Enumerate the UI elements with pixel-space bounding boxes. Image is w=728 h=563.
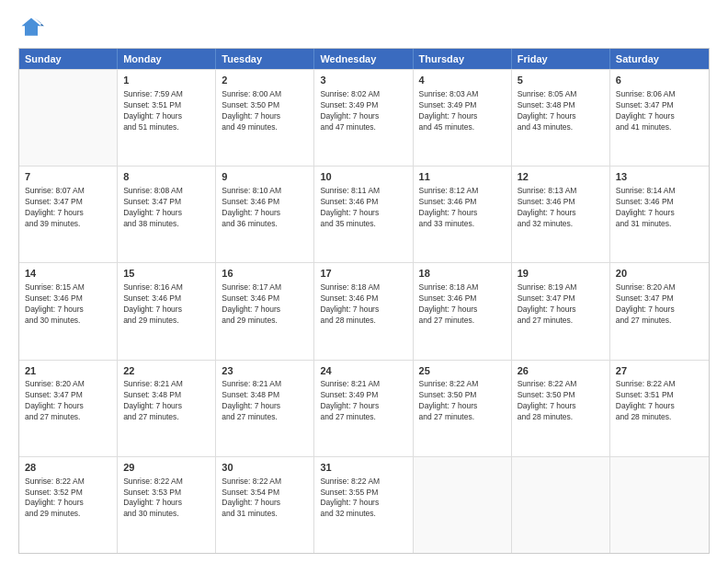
day-info: Sunrise: 7:59 AM Sunset: 3:51 PM Dayligh… bbox=[123, 89, 210, 133]
day-info: Sunrise: 8:17 AM Sunset: 3:46 PM Dayligh… bbox=[222, 282, 308, 327]
day-info: Sunrise: 8:05 AM Sunset: 3:48 PM Dayligh… bbox=[518, 89, 604, 133]
day-number: 7 bbox=[25, 170, 111, 184]
day-info: Sunrise: 8:22 AM Sunset: 3:50 PM Dayligh… bbox=[518, 379, 604, 423]
day-cell-15: 15Sunrise: 8:16 AM Sunset: 3:46 PM Dayli… bbox=[118, 263, 216, 359]
day-cell-22: 22Sunrise: 8:21 AM Sunset: 3:48 PM Dayli… bbox=[118, 361, 216, 456]
calendar-week-3: 14Sunrise: 8:15 AM Sunset: 3:46 PM Dayli… bbox=[19, 262, 709, 359]
header bbox=[18, 15, 710, 40]
day-number: 26 bbox=[518, 364, 604, 378]
day-info: Sunrise: 8:21 AM Sunset: 3:48 PM Dayligh… bbox=[123, 379, 210, 423]
day-number: 30 bbox=[222, 461, 308, 475]
day-number: 29 bbox=[123, 461, 210, 475]
day-number: 27 bbox=[616, 364, 703, 378]
day-cell-25: 25Sunrise: 8:22 AM Sunset: 3:50 PM Dayli… bbox=[414, 361, 512, 456]
day-cell-5: 5Sunrise: 8:05 AM Sunset: 3:48 PM Daylig… bbox=[512, 70, 610, 166]
day-number: 18 bbox=[419, 267, 506, 281]
day-cell-23: 23Sunrise: 8:21 AM Sunset: 3:48 PM Dayli… bbox=[216, 361, 314, 456]
day-info: Sunrise: 8:20 AM Sunset: 3:47 PM Dayligh… bbox=[616, 282, 703, 327]
day-info: Sunrise: 8:00 AM Sunset: 3:50 PM Dayligh… bbox=[222, 89, 308, 133]
day-number: 3 bbox=[320, 74, 406, 87]
day-cell-20: 20Sunrise: 8:20 AM Sunset: 3:47 PM Dayli… bbox=[610, 263, 709, 359]
day-cell-11: 11Sunrise: 8:12 AM Sunset: 3:46 PM Dayli… bbox=[414, 167, 512, 262]
day-number: 24 bbox=[320, 364, 406, 378]
day-info: Sunrise: 8:21 AM Sunset: 3:49 PM Dayligh… bbox=[320, 379, 406, 423]
calendar: SundayMondayTuesdayWednesdayThursdayFrid… bbox=[18, 48, 710, 554]
day-number: 1 bbox=[123, 74, 210, 87]
day-info: Sunrise: 8:03 AM Sunset: 3:49 PM Dayligh… bbox=[419, 89, 506, 133]
day-info: Sunrise: 8:07 AM Sunset: 3:47 PM Dayligh… bbox=[25, 186, 111, 230]
day-cell-13: 13Sunrise: 8:14 AM Sunset: 3:46 PM Dayli… bbox=[610, 167, 709, 262]
day-cell-10: 10Sunrise: 8:11 AM Sunset: 3:46 PM Dayli… bbox=[314, 167, 413, 262]
day-info: Sunrise: 8:11 AM Sunset: 3:46 PM Dayligh… bbox=[320, 186, 406, 230]
day-of-week-wednesday: Wednesday bbox=[314, 49, 413, 69]
empty-cell bbox=[610, 457, 709, 553]
calendar-week-5: 28Sunrise: 8:22 AM Sunset: 3:52 PM Dayli… bbox=[19, 456, 709, 553]
day-info: Sunrise: 8:22 AM Sunset: 3:51 PM Dayligh… bbox=[616, 379, 703, 423]
day-info: Sunrise: 8:20 AM Sunset: 3:47 PM Dayligh… bbox=[25, 379, 111, 423]
day-cell-27: 27Sunrise: 8:22 AM Sunset: 3:51 PM Dayli… bbox=[610, 361, 709, 456]
day-info: Sunrise: 8:06 AM Sunset: 3:47 PM Dayligh… bbox=[616, 89, 703, 133]
day-number: 21 bbox=[25, 364, 111, 378]
calendar-week-4: 21Sunrise: 8:20 AM Sunset: 3:47 PM Dayli… bbox=[19, 360, 709, 456]
day-cell-28: 28Sunrise: 8:22 AM Sunset: 3:52 PM Dayli… bbox=[19, 457, 118, 553]
day-cell-14: 14Sunrise: 8:15 AM Sunset: 3:46 PM Dayli… bbox=[19, 263, 118, 359]
day-number: 4 bbox=[419, 74, 506, 87]
day-info: Sunrise: 8:13 AM Sunset: 3:46 PM Dayligh… bbox=[518, 186, 604, 230]
day-cell-24: 24Sunrise: 8:21 AM Sunset: 3:49 PM Dayli… bbox=[314, 361, 413, 456]
day-number: 23 bbox=[222, 364, 308, 378]
day-number: 10 bbox=[320, 170, 406, 184]
day-info: Sunrise: 8:15 AM Sunset: 3:46 PM Dayligh… bbox=[25, 282, 111, 327]
logo bbox=[18, 15, 48, 40]
day-number: 19 bbox=[518, 267, 604, 281]
day-number: 25 bbox=[419, 364, 506, 378]
day-cell-7: 7Sunrise: 8:07 AM Sunset: 3:47 PM Daylig… bbox=[19, 167, 118, 262]
day-number: 13 bbox=[616, 170, 703, 184]
day-number: 6 bbox=[616, 74, 703, 87]
day-info: Sunrise: 8:18 AM Sunset: 3:46 PM Dayligh… bbox=[320, 282, 406, 327]
day-info: Sunrise: 8:22 AM Sunset: 3:54 PM Dayligh… bbox=[222, 477, 308, 521]
day-info: Sunrise: 8:22 AM Sunset: 3:53 PM Dayligh… bbox=[123, 477, 210, 521]
day-cell-31: 31Sunrise: 8:22 AM Sunset: 3:55 PM Dayli… bbox=[314, 457, 413, 553]
day-number: 9 bbox=[222, 170, 308, 184]
day-cell-18: 18Sunrise: 8:18 AM Sunset: 3:46 PM Dayli… bbox=[414, 263, 512, 359]
day-cell-1: 1Sunrise: 7:59 AM Sunset: 3:51 PM Daylig… bbox=[118, 70, 216, 166]
day-cell-21: 21Sunrise: 8:20 AM Sunset: 3:47 PM Dayli… bbox=[19, 361, 118, 456]
day-number: 8 bbox=[123, 170, 210, 184]
day-cell-8: 8Sunrise: 8:08 AM Sunset: 3:47 PM Daylig… bbox=[118, 167, 216, 262]
day-cell-19: 19Sunrise: 8:19 AM Sunset: 3:47 PM Dayli… bbox=[512, 263, 610, 359]
day-cell-16: 16Sunrise: 8:17 AM Sunset: 3:46 PM Dayli… bbox=[216, 263, 314, 359]
empty-cell bbox=[512, 457, 610, 553]
day-cell-17: 17Sunrise: 8:18 AM Sunset: 3:46 PM Dayli… bbox=[314, 263, 413, 359]
empty-cell bbox=[19, 70, 118, 166]
day-info: Sunrise: 8:08 AM Sunset: 3:47 PM Dayligh… bbox=[123, 186, 210, 230]
day-info: Sunrise: 8:12 AM Sunset: 3:46 PM Dayligh… bbox=[419, 186, 506, 230]
day-of-week-sunday: Sunday bbox=[19, 49, 118, 69]
calendar-body: 1Sunrise: 7:59 AM Sunset: 3:51 PM Daylig… bbox=[19, 69, 709, 553]
day-number: 22 bbox=[123, 364, 210, 378]
day-info: Sunrise: 8:14 AM Sunset: 3:46 PM Dayligh… bbox=[616, 186, 703, 230]
day-cell-6: 6Sunrise: 8:06 AM Sunset: 3:47 PM Daylig… bbox=[610, 70, 709, 166]
day-number: 28 bbox=[25, 461, 111, 475]
day-number: 20 bbox=[616, 267, 703, 281]
day-info: Sunrise: 8:22 AM Sunset: 3:52 PM Dayligh… bbox=[25, 477, 111, 521]
day-of-week-thursday: Thursday bbox=[414, 49, 512, 69]
day-cell-30: 30Sunrise: 8:22 AM Sunset: 3:54 PM Dayli… bbox=[216, 457, 314, 553]
logo-icon bbox=[18, 15, 44, 40]
day-cell-2: 2Sunrise: 8:00 AM Sunset: 3:50 PM Daylig… bbox=[216, 70, 314, 166]
day-cell-3: 3Sunrise: 8:02 AM Sunset: 3:49 PM Daylig… bbox=[314, 70, 413, 166]
day-info: Sunrise: 8:19 AM Sunset: 3:47 PM Dayligh… bbox=[518, 282, 604, 327]
day-number: 5 bbox=[518, 74, 604, 87]
day-number: 31 bbox=[320, 461, 406, 475]
day-info: Sunrise: 8:22 AM Sunset: 3:50 PM Dayligh… bbox=[419, 379, 506, 423]
day-info: Sunrise: 8:22 AM Sunset: 3:55 PM Dayligh… bbox=[320, 477, 406, 521]
day-info: Sunrise: 8:02 AM Sunset: 3:49 PM Dayligh… bbox=[320, 89, 406, 133]
day-info: Sunrise: 8:16 AM Sunset: 3:46 PM Dayligh… bbox=[123, 282, 210, 327]
day-number: 16 bbox=[222, 267, 308, 281]
day-info: Sunrise: 8:10 AM Sunset: 3:46 PM Dayligh… bbox=[222, 186, 308, 230]
day-number: 2 bbox=[222, 74, 308, 87]
day-cell-12: 12Sunrise: 8:13 AM Sunset: 3:46 PM Dayli… bbox=[512, 167, 610, 262]
page: SundayMondayTuesdayWednesdayThursdayFrid… bbox=[0, 0, 728, 563]
day-cell-9: 9Sunrise: 8:10 AM Sunset: 3:46 PM Daylig… bbox=[216, 167, 314, 262]
day-of-week-tuesday: Tuesday bbox=[216, 49, 314, 69]
day-of-week-saturday: Saturday bbox=[610, 49, 709, 69]
